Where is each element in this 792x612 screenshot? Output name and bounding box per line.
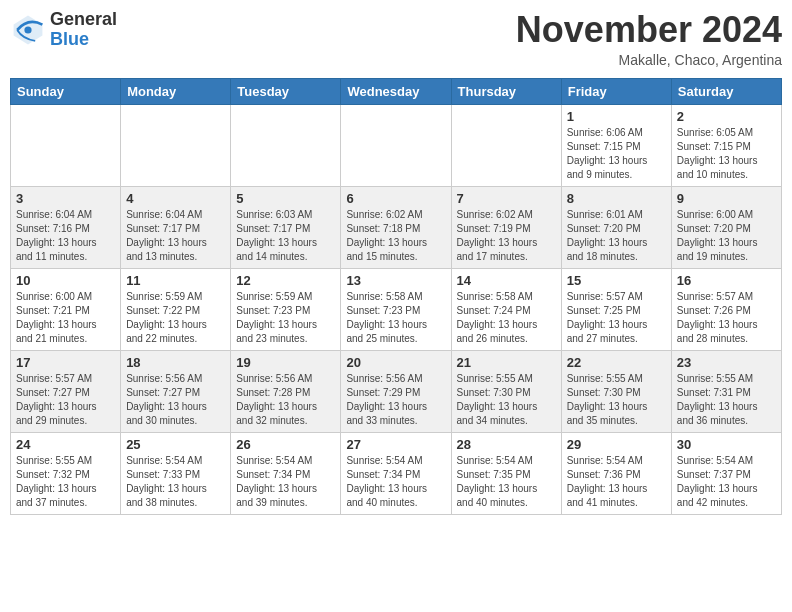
weekday-header-saturday: Saturday [671, 78, 781, 104]
calendar-table: SundayMondayTuesdayWednesdayThursdayFrid… [10, 78, 782, 515]
day-info: Sunrise: 6:03 AMSunset: 7:17 PMDaylight:… [236, 208, 335, 264]
day-number: 18 [126, 355, 225, 370]
calendar-cell: 11Sunrise: 5:59 AMSunset: 7:22 PMDayligh… [121, 268, 231, 350]
calendar-week-1: 1Sunrise: 6:06 AMSunset: 7:15 PMDaylight… [11, 104, 782, 186]
day-info: Sunrise: 5:54 AMSunset: 7:36 PMDaylight:… [567, 454, 666, 510]
day-info: Sunrise: 5:54 AMSunset: 7:34 PMDaylight:… [236, 454, 335, 510]
calendar-cell: 3Sunrise: 6:04 AMSunset: 7:16 PMDaylight… [11, 186, 121, 268]
day-number: 22 [567, 355, 666, 370]
day-number: 24 [16, 437, 115, 452]
day-info: Sunrise: 5:55 AMSunset: 7:32 PMDaylight:… [16, 454, 115, 510]
location-subtitle: Makalle, Chaco, Argentina [516, 52, 782, 68]
calendar-cell: 20Sunrise: 5:56 AMSunset: 7:29 PMDayligh… [341, 350, 451, 432]
calendar-cell: 12Sunrise: 5:59 AMSunset: 7:23 PMDayligh… [231, 268, 341, 350]
calendar-cell: 10Sunrise: 6:00 AMSunset: 7:21 PMDayligh… [11, 268, 121, 350]
day-number: 4 [126, 191, 225, 206]
day-number: 20 [346, 355, 445, 370]
calendar-cell [451, 104, 561, 186]
day-number: 3 [16, 191, 115, 206]
weekday-header-friday: Friday [561, 78, 671, 104]
day-info: Sunrise: 5:55 AMSunset: 7:30 PMDaylight:… [457, 372, 556, 428]
calendar-cell: 14Sunrise: 5:58 AMSunset: 7:24 PMDayligh… [451, 268, 561, 350]
calendar-cell: 19Sunrise: 5:56 AMSunset: 7:28 PMDayligh… [231, 350, 341, 432]
day-number: 2 [677, 109, 776, 124]
calendar-cell: 25Sunrise: 5:54 AMSunset: 7:33 PMDayligh… [121, 432, 231, 514]
day-info: Sunrise: 5:55 AMSunset: 7:30 PMDaylight:… [567, 372, 666, 428]
calendar-cell [231, 104, 341, 186]
day-info: Sunrise: 5:54 AMSunset: 7:33 PMDaylight:… [126, 454, 225, 510]
day-number: 25 [126, 437, 225, 452]
calendar-cell [121, 104, 231, 186]
day-number: 7 [457, 191, 556, 206]
day-info: Sunrise: 6:01 AMSunset: 7:20 PMDaylight:… [567, 208, 666, 264]
logo-icon [10, 12, 46, 48]
weekday-header-wednesday: Wednesday [341, 78, 451, 104]
calendar-cell: 9Sunrise: 6:00 AMSunset: 7:20 PMDaylight… [671, 186, 781, 268]
day-info: Sunrise: 5:57 AMSunset: 7:26 PMDaylight:… [677, 290, 776, 346]
day-info: Sunrise: 5:56 AMSunset: 7:28 PMDaylight:… [236, 372, 335, 428]
calendar-cell: 16Sunrise: 5:57 AMSunset: 7:26 PMDayligh… [671, 268, 781, 350]
calendar-cell: 1Sunrise: 6:06 AMSunset: 7:15 PMDaylight… [561, 104, 671, 186]
day-info: Sunrise: 6:02 AMSunset: 7:18 PMDaylight:… [346, 208, 445, 264]
calendar-cell: 6Sunrise: 6:02 AMSunset: 7:18 PMDaylight… [341, 186, 451, 268]
day-number: 26 [236, 437, 335, 452]
day-number: 28 [457, 437, 556, 452]
calendar-cell: 23Sunrise: 5:55 AMSunset: 7:31 PMDayligh… [671, 350, 781, 432]
day-number: 15 [567, 273, 666, 288]
day-number: 21 [457, 355, 556, 370]
calendar-cell: 8Sunrise: 6:01 AMSunset: 7:20 PMDaylight… [561, 186, 671, 268]
title-block: November 2024 Makalle, Chaco, Argentina [516, 10, 782, 68]
day-number: 8 [567, 191, 666, 206]
day-number: 13 [346, 273, 445, 288]
calendar-cell: 21Sunrise: 5:55 AMSunset: 7:30 PMDayligh… [451, 350, 561, 432]
day-number: 30 [677, 437, 776, 452]
calendar-cell: 30Sunrise: 5:54 AMSunset: 7:37 PMDayligh… [671, 432, 781, 514]
weekday-header-row: SundayMondayTuesdayWednesdayThursdayFrid… [11, 78, 782, 104]
logo-general: General [50, 9, 117, 29]
month-title: November 2024 [516, 10, 782, 50]
calendar-cell: 15Sunrise: 5:57 AMSunset: 7:25 PMDayligh… [561, 268, 671, 350]
calendar-cell: 7Sunrise: 6:02 AMSunset: 7:19 PMDaylight… [451, 186, 561, 268]
day-number: 11 [126, 273, 225, 288]
calendar-cell: 28Sunrise: 5:54 AMSunset: 7:35 PMDayligh… [451, 432, 561, 514]
day-number: 14 [457, 273, 556, 288]
calendar-cell: 13Sunrise: 5:58 AMSunset: 7:23 PMDayligh… [341, 268, 451, 350]
day-number: 23 [677, 355, 776, 370]
logo-blue: Blue [50, 29, 89, 49]
day-info: Sunrise: 5:54 AMSunset: 7:37 PMDaylight:… [677, 454, 776, 510]
day-number: 1 [567, 109, 666, 124]
day-number: 9 [677, 191, 776, 206]
day-info: Sunrise: 5:56 AMSunset: 7:29 PMDaylight:… [346, 372, 445, 428]
logo-text: General Blue [50, 10, 117, 50]
day-number: 16 [677, 273, 776, 288]
calendar-week-5: 24Sunrise: 5:55 AMSunset: 7:32 PMDayligh… [11, 432, 782, 514]
calendar-cell: 17Sunrise: 5:57 AMSunset: 7:27 PMDayligh… [11, 350, 121, 432]
calendar-cell: 27Sunrise: 5:54 AMSunset: 7:34 PMDayligh… [341, 432, 451, 514]
calendar-cell: 4Sunrise: 6:04 AMSunset: 7:17 PMDaylight… [121, 186, 231, 268]
day-info: Sunrise: 6:04 AMSunset: 7:16 PMDaylight:… [16, 208, 115, 264]
day-info: Sunrise: 6:02 AMSunset: 7:19 PMDaylight:… [457, 208, 556, 264]
day-number: 19 [236, 355, 335, 370]
calendar-cell [11, 104, 121, 186]
day-number: 27 [346, 437, 445, 452]
day-info: Sunrise: 5:59 AMSunset: 7:22 PMDaylight:… [126, 290, 225, 346]
day-info: Sunrise: 6:00 AMSunset: 7:21 PMDaylight:… [16, 290, 115, 346]
calendar-cell: 22Sunrise: 5:55 AMSunset: 7:30 PMDayligh… [561, 350, 671, 432]
day-info: Sunrise: 5:54 AMSunset: 7:34 PMDaylight:… [346, 454, 445, 510]
calendar-week-3: 10Sunrise: 6:00 AMSunset: 7:21 PMDayligh… [11, 268, 782, 350]
day-number: 12 [236, 273, 335, 288]
day-info: Sunrise: 5:58 AMSunset: 7:24 PMDaylight:… [457, 290, 556, 346]
day-info: Sunrise: 6:00 AMSunset: 7:20 PMDaylight:… [677, 208, 776, 264]
weekday-header-monday: Monday [121, 78, 231, 104]
calendar-cell: 29Sunrise: 5:54 AMSunset: 7:36 PMDayligh… [561, 432, 671, 514]
logo: General Blue [10, 10, 117, 50]
day-info: Sunrise: 6:05 AMSunset: 7:15 PMDaylight:… [677, 126, 776, 182]
calendar-cell: 2Sunrise: 6:05 AMSunset: 7:15 PMDaylight… [671, 104, 781, 186]
calendar-cell: 5Sunrise: 6:03 AMSunset: 7:17 PMDaylight… [231, 186, 341, 268]
calendar-body: 1Sunrise: 6:06 AMSunset: 7:15 PMDaylight… [11, 104, 782, 514]
day-info: Sunrise: 5:55 AMSunset: 7:31 PMDaylight:… [677, 372, 776, 428]
calendar-header: SundayMondayTuesdayWednesdayThursdayFrid… [11, 78, 782, 104]
day-number: 10 [16, 273, 115, 288]
calendar-cell: 26Sunrise: 5:54 AMSunset: 7:34 PMDayligh… [231, 432, 341, 514]
day-info: Sunrise: 5:57 AMSunset: 7:25 PMDaylight:… [567, 290, 666, 346]
